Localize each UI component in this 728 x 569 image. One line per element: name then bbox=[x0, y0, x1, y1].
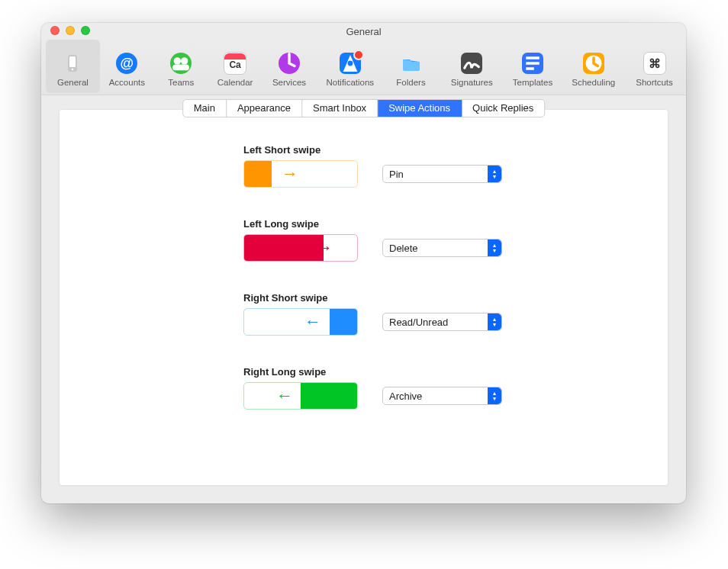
signatures-icon bbox=[460, 52, 483, 75]
zoom-icon[interactable] bbox=[81, 26, 90, 35]
select-value: Pin bbox=[383, 169, 404, 180]
toolbar-item-general[interactable]: General bbox=[46, 40, 100, 93]
shortcuts-icon: ⌘ bbox=[643, 52, 666, 75]
select-value: Archive bbox=[383, 391, 422, 402]
toolbar-label: Notifications bbox=[326, 78, 374, 87]
arrow-left-icon: ← bbox=[304, 312, 321, 332]
svg-point-4 bbox=[181, 57, 188, 64]
toolbar-item-calendar[interactable]: CaCalendar bbox=[208, 40, 263, 93]
svg-rect-7 bbox=[526, 56, 540, 59]
swipe-action-select-left-short[interactable]: Pin▴▾ bbox=[382, 165, 502, 183]
toolbar-label: Calendar bbox=[217, 78, 253, 87]
swipe-label: Right Short swipe bbox=[243, 292, 502, 304]
notifications-icon bbox=[339, 52, 362, 75]
toolbar-label: Scheduling bbox=[572, 78, 615, 87]
toolbar-label: Signatures bbox=[451, 78, 493, 87]
tab-smart-inbox[interactable]: Smart Inbox bbox=[302, 100, 378, 117]
toolbar-label: Templates bbox=[513, 78, 552, 87]
svg-rect-5 bbox=[172, 65, 189, 71]
scheduling-icon bbox=[582, 52, 605, 75]
toolbar-item-shortcuts[interactable]: ⌘Shortcuts bbox=[627, 40, 681, 93]
svg-rect-9 bbox=[526, 67, 534, 70]
toolbar-item-teams[interactable]: Teams bbox=[154, 40, 208, 93]
preferences-window: General General@AccountsTeamsCaCalendarS… bbox=[41, 23, 686, 503]
arrow-left-icon: ← bbox=[276, 386, 293, 406]
arrow-right-icon: → bbox=[316, 238, 333, 258]
services-icon bbox=[278, 52, 301, 75]
svg-point-3 bbox=[174, 57, 181, 64]
swipe-action-select-right-short[interactable]: Read/Unread▴▾ bbox=[382, 313, 502, 331]
toolbar-item-signatures[interactable]: Signatures bbox=[438, 40, 506, 93]
swipe-group-left-short: Left Short swipe→Pin▴▾ bbox=[243, 144, 502, 188]
select-value: Delete bbox=[383, 243, 418, 254]
toolbar-label: Accounts bbox=[109, 78, 145, 87]
toolbar-item-folders[interactable]: Folders bbox=[384, 40, 438, 93]
stepper-icon: ▴▾ bbox=[488, 387, 501, 404]
swipe-actions-form: Left Short swipe→Pin▴▾Left Long swipe→De… bbox=[243, 144, 502, 440]
templates-icon bbox=[521, 52, 544, 75]
toolbar-label: Shortcuts bbox=[636, 78, 673, 87]
folders-icon bbox=[400, 52, 423, 75]
toolbar-item-scheduling[interactable]: Scheduling bbox=[559, 40, 627, 93]
toolbar-item-accounts[interactable]: @Accounts bbox=[100, 40, 154, 93]
toolbar-label: Services bbox=[272, 78, 306, 87]
stepper-icon: ▴▾ bbox=[488, 313, 501, 330]
tab-main[interactable]: Main bbox=[183, 100, 227, 117]
window-titlebar: General bbox=[41, 23, 686, 40]
svg-point-2 bbox=[72, 69, 74, 71]
arrow-right-icon: → bbox=[282, 164, 298, 184]
calendar-icon: Ca bbox=[224, 52, 246, 75]
teams-icon bbox=[169, 52, 192, 75]
toolbar-label: Teams bbox=[168, 78, 194, 87]
notification-badge bbox=[353, 50, 364, 60]
toolbar-label: General bbox=[57, 78, 89, 87]
tab-quick-replies[interactable]: Quick Replies bbox=[462, 100, 544, 117]
swipe-fill bbox=[301, 383, 357, 409]
select-value: Read/Unread bbox=[383, 317, 448, 328]
swipe-fill bbox=[244, 161, 272, 187]
toolbar-label: Folders bbox=[396, 78, 425, 87]
swipe-group-right-short: Right Short swipe←Read/Unread▴▾ bbox=[243, 292, 502, 336]
close-icon[interactable] bbox=[50, 26, 60, 35]
tab-swipe-actions[interactable]: Swipe Actions bbox=[378, 100, 462, 117]
stepper-icon: ▴▾ bbox=[488, 239, 501, 256]
swipe-label: Left Short swipe bbox=[243, 144, 502, 156]
toolbar-item-templates[interactable]: Templates bbox=[506, 40, 560, 93]
pref-tabs: MainAppearanceSmart InboxSwipe ActionsQu… bbox=[182, 99, 546, 117]
swipe-action-select-left-long[interactable]: Delete▴▾ bbox=[382, 239, 502, 257]
content-panel: Left Short swipe→Pin▴▾Left Long swipe→De… bbox=[59, 109, 668, 486]
toolbar-item-notifications[interactable]: Notifications bbox=[316, 40, 384, 93]
swipe-preview-left-long: → bbox=[243, 234, 358, 262]
swipe-group-left-long: Left Long swipe→Delete▴▾ bbox=[243, 218, 502, 262]
general-icon bbox=[61, 52, 84, 75]
toolbar-item-services[interactable]: Services bbox=[263, 40, 317, 93]
minimize-icon[interactable] bbox=[66, 26, 75, 35]
stepper-icon: ▴▾ bbox=[488, 166, 501, 182]
svg-rect-8 bbox=[526, 62, 540, 65]
swipe-label: Right Long swipe bbox=[243, 366, 502, 378]
preferences-toolbar: General@AccountsTeamsCaCalendarServicesN… bbox=[41, 40, 686, 95]
tab-appearance[interactable]: Appearance bbox=[227, 100, 302, 117]
swipe-group-right-long: Right Long swipe←Archive▴▾ bbox=[243, 366, 502, 410]
swipe-preview-left-short: → bbox=[243, 160, 358, 188]
swipe-action-select-right-long[interactable]: Archive▴▾ bbox=[382, 387, 502, 405]
svg-point-6 bbox=[347, 61, 353, 66]
window-title: General bbox=[346, 26, 381, 37]
swipe-preview-right-long: ← bbox=[243, 382, 358, 410]
swipe-label: Left Long swipe bbox=[243, 218, 502, 230]
swipe-fill bbox=[244, 235, 324, 261]
svg-rect-1 bbox=[69, 56, 76, 67]
swipe-preview-right-short: ← bbox=[243, 308, 358, 336]
swipe-fill bbox=[330, 309, 357, 335]
accounts-icon: @ bbox=[115, 52, 138, 75]
